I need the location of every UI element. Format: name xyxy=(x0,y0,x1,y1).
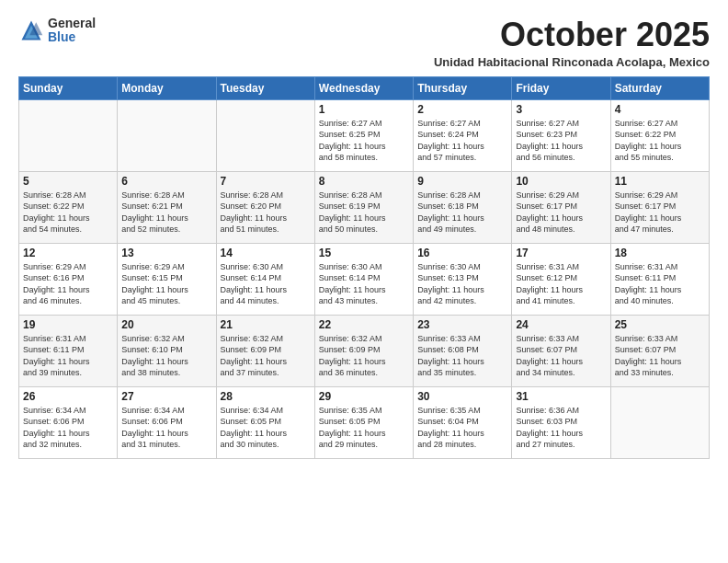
day-number: 1 xyxy=(319,103,409,116)
day-info: Sunrise: 6:34 AM Sunset: 6:05 PM Dayligh… xyxy=(221,405,311,451)
day-number: 8 xyxy=(319,175,409,188)
day-number: 10 xyxy=(516,175,606,188)
col-sunday: Sunday xyxy=(19,76,118,99)
day-info: Sunrise: 6:33 AM Sunset: 6:08 PM Dayligh… xyxy=(417,333,507,379)
table-row: 18Sunrise: 6:31 AM Sunset: 6:11 PM Dayli… xyxy=(610,243,709,315)
day-number: 30 xyxy=(417,390,507,403)
calendar-week-row: 19Sunrise: 6:31 AM Sunset: 6:11 PM Dayli… xyxy=(19,315,710,386)
day-info: Sunrise: 6:28 AM Sunset: 6:18 PM Dayligh… xyxy=(417,190,507,236)
day-info: Sunrise: 6:30 AM Sunset: 6:14 PM Dayligh… xyxy=(319,261,409,307)
table-row: 29Sunrise: 6:35 AM Sunset: 6:05 PM Dayli… xyxy=(314,386,413,458)
day-info: Sunrise: 6:31 AM Sunset: 6:11 PM Dayligh… xyxy=(615,261,705,307)
table-row: 24Sunrise: 6:33 AM Sunset: 6:07 PM Dayli… xyxy=(512,315,610,386)
day-info: Sunrise: 6:34 AM Sunset: 6:06 PM Dayligh… xyxy=(121,405,211,451)
day-number: 12 xyxy=(23,247,113,259)
day-info: Sunrise: 6:28 AM Sunset: 6:22 PM Dayligh… xyxy=(23,190,113,236)
day-info: Sunrise: 6:32 AM Sunset: 6:09 PM Dayligh… xyxy=(221,333,311,379)
title-section: October 2025 Unidad Habitacional Rincona… xyxy=(434,17,710,69)
day-number: 26 xyxy=(23,390,113,403)
calendar-table: Sunday Monday Tuesday Wednesday Thursday… xyxy=(18,76,710,459)
table-row: 22Sunrise: 6:32 AM Sunset: 6:09 PM Dayli… xyxy=(314,315,413,386)
table-row: 21Sunrise: 6:32 AM Sunset: 6:09 PM Dayli… xyxy=(216,315,314,386)
day-info: Sunrise: 6:27 AM Sunset: 6:25 PM Dayligh… xyxy=(319,118,409,164)
logo: General Blue xyxy=(18,17,96,45)
table-row: 19Sunrise: 6:31 AM Sunset: 6:11 PM Dayli… xyxy=(19,315,118,386)
table-row: 11Sunrise: 6:29 AM Sunset: 6:17 PM Dayli… xyxy=(610,171,709,243)
table-row: 10Sunrise: 6:29 AM Sunset: 6:17 PM Dayli… xyxy=(512,171,610,243)
day-number: 5 xyxy=(23,175,113,188)
day-number: 2 xyxy=(417,103,507,116)
calendar-week-row: 26Sunrise: 6:34 AM Sunset: 6:06 PM Dayli… xyxy=(19,386,710,458)
table-row: 7Sunrise: 6:28 AM Sunset: 6:20 PM Daylig… xyxy=(216,171,314,243)
col-tuesday: Tuesday xyxy=(216,76,314,99)
day-info: Sunrise: 6:32 AM Sunset: 6:10 PM Dayligh… xyxy=(121,333,211,379)
day-info: Sunrise: 6:27 AM Sunset: 6:23 PM Dayligh… xyxy=(516,118,606,164)
day-info: Sunrise: 6:27 AM Sunset: 6:24 PM Dayligh… xyxy=(417,118,507,164)
day-number: 6 xyxy=(121,175,211,188)
day-info: Sunrise: 6:27 AM Sunset: 6:22 PM Dayligh… xyxy=(615,118,705,164)
table-row: 14Sunrise: 6:30 AM Sunset: 6:14 PM Dayli… xyxy=(216,243,314,315)
col-monday: Monday xyxy=(118,76,216,99)
day-number: 25 xyxy=(615,318,705,331)
day-number: 22 xyxy=(319,318,409,331)
day-info: Sunrise: 6:28 AM Sunset: 6:20 PM Dayligh… xyxy=(221,190,311,236)
day-info: Sunrise: 6:28 AM Sunset: 6:21 PM Dayligh… xyxy=(121,190,211,236)
table-row: 25Sunrise: 6:33 AM Sunset: 6:07 PM Dayli… xyxy=(610,315,709,386)
day-number: 24 xyxy=(516,318,606,331)
day-number: 4 xyxy=(615,103,705,116)
logo-blue-text: Blue xyxy=(48,30,96,44)
table-row xyxy=(610,386,709,458)
table-row: 5Sunrise: 6:28 AM Sunset: 6:22 PM Daylig… xyxy=(19,171,118,243)
table-row: 31Sunrise: 6:36 AM Sunset: 6:03 PM Dayli… xyxy=(512,386,610,458)
table-row: 3Sunrise: 6:27 AM Sunset: 6:23 PM Daylig… xyxy=(512,99,610,171)
month-title: October 2025 xyxy=(434,17,710,53)
day-number: 19 xyxy=(23,318,113,331)
table-row: 2Sunrise: 6:27 AM Sunset: 6:24 PM Daylig… xyxy=(414,99,512,171)
day-info: Sunrise: 6:32 AM Sunset: 6:09 PM Dayligh… xyxy=(319,333,409,379)
day-info: Sunrise: 6:29 AM Sunset: 6:15 PM Dayligh… xyxy=(121,261,211,307)
day-number: 9 xyxy=(417,175,507,188)
table-row: 9Sunrise: 6:28 AM Sunset: 6:18 PM Daylig… xyxy=(414,171,512,243)
day-number: 20 xyxy=(121,318,211,331)
day-info: Sunrise: 6:31 AM Sunset: 6:12 PM Dayligh… xyxy=(516,261,606,307)
logo-general-text: General xyxy=(48,17,96,30)
day-number: 31 xyxy=(516,390,606,403)
col-wednesday: Wednesday xyxy=(314,76,413,99)
day-number: 18 xyxy=(615,247,705,259)
day-info: Sunrise: 6:30 AM Sunset: 6:13 PM Dayligh… xyxy=(417,261,507,307)
logo-text: General Blue xyxy=(48,17,96,45)
logo-icon xyxy=(18,17,44,43)
table-row: 30Sunrise: 6:35 AM Sunset: 6:04 PM Dayli… xyxy=(414,386,512,458)
day-number: 7 xyxy=(221,175,311,188)
location-subtitle: Unidad Habitacional Rinconada Acolapa, M… xyxy=(434,55,710,69)
day-number: 16 xyxy=(417,247,507,259)
calendar-week-row: 5Sunrise: 6:28 AM Sunset: 6:22 PM Daylig… xyxy=(19,171,710,243)
day-info: Sunrise: 6:31 AM Sunset: 6:11 PM Dayligh… xyxy=(23,333,113,379)
table-row: 27Sunrise: 6:34 AM Sunset: 6:06 PM Dayli… xyxy=(118,386,216,458)
col-friday: Friday xyxy=(512,76,610,99)
day-number: 28 xyxy=(221,390,311,403)
day-number: 15 xyxy=(319,247,409,259)
page: General Blue October 2025 Unidad Habitac… xyxy=(0,0,728,563)
table-row: 13Sunrise: 6:29 AM Sunset: 6:15 PM Dayli… xyxy=(118,243,216,315)
day-info: Sunrise: 6:29 AM Sunset: 6:16 PM Dayligh… xyxy=(23,261,113,307)
day-info: Sunrise: 6:28 AM Sunset: 6:19 PM Dayligh… xyxy=(319,190,409,236)
table-row: 4Sunrise: 6:27 AM Sunset: 6:22 PM Daylig… xyxy=(610,99,709,171)
day-info: Sunrise: 6:34 AM Sunset: 6:06 PM Dayligh… xyxy=(23,405,113,451)
day-info: Sunrise: 6:35 AM Sunset: 6:05 PM Dayligh… xyxy=(319,405,409,451)
calendar-header-row: Sunday Monday Tuesday Wednesday Thursday… xyxy=(19,76,710,99)
table-row: 23Sunrise: 6:33 AM Sunset: 6:08 PM Dayli… xyxy=(414,315,512,386)
day-number: 21 xyxy=(221,318,311,331)
day-number: 13 xyxy=(121,247,211,259)
day-info: Sunrise: 6:35 AM Sunset: 6:04 PM Dayligh… xyxy=(417,405,507,451)
table-row: 26Sunrise: 6:34 AM Sunset: 6:06 PM Dayli… xyxy=(19,386,118,458)
calendar-week-row: 1Sunrise: 6:27 AM Sunset: 6:25 PM Daylig… xyxy=(19,99,710,171)
table-row xyxy=(118,99,216,171)
table-row: 1Sunrise: 6:27 AM Sunset: 6:25 PM Daylig… xyxy=(314,99,413,171)
table-row: 20Sunrise: 6:32 AM Sunset: 6:10 PM Dayli… xyxy=(118,315,216,386)
col-thursday: Thursday xyxy=(414,76,512,99)
calendar-week-row: 12Sunrise: 6:29 AM Sunset: 6:16 PM Dayli… xyxy=(19,243,710,315)
table-row: 8Sunrise: 6:28 AM Sunset: 6:19 PM Daylig… xyxy=(314,171,413,243)
header: General Blue October 2025 Unidad Habitac… xyxy=(18,17,710,69)
day-info: Sunrise: 6:29 AM Sunset: 6:17 PM Dayligh… xyxy=(516,190,606,236)
